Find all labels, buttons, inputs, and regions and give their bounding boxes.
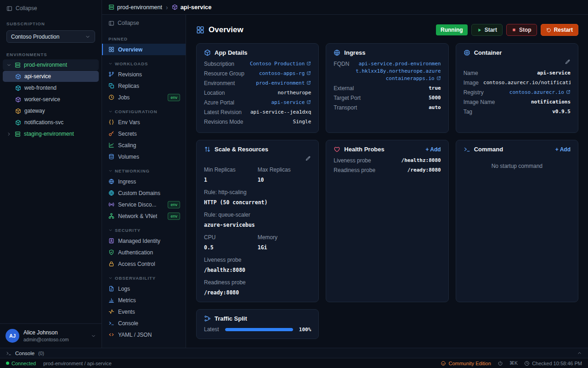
env-sidebar-collapse-button[interactable]: Collapse (0, 0, 102, 16)
status-badge: Running (436, 24, 468, 35)
row-value: api-service.prod-environment.hklxx18y.no… (356, 61, 441, 81)
chevron-down-icon (108, 276, 113, 280)
add-command-button[interactable]: + Add (555, 146, 571, 153)
nav-item-logs[interactable]: Logs (102, 283, 186, 294)
collapse-label: Collapse (16, 5, 37, 12)
tree-item-worker-service[interactable]: worker-service (3, 94, 99, 105)
nav-item-secrets[interactable]: Secrets (102, 128, 186, 139)
nav-section-security[interactable]: SECURITY (102, 222, 186, 235)
stop-button[interactable]: Stop (506, 24, 537, 36)
start-label: Start (485, 27, 497, 33)
traffic-percent: 100% (299, 327, 311, 333)
resource-group-link[interactable]: contoso-apps-rg (259, 70, 311, 77)
chevron-down-icon (108, 228, 113, 232)
breadcrumb-environment[interactable]: prod-environment (108, 4, 162, 11)
nav-item-env-vars[interactable]: Env Vars (102, 116, 186, 128)
nav-section-observability[interactable]: OBSERVABILITY (102, 270, 186, 283)
app-details-card: App Details Subscription Contoso Product… (196, 43, 319, 133)
nav-item-revisions[interactable]: Revisions (102, 69, 186, 80)
min-replicas: Min Replicas 1 (204, 167, 258, 183)
row-label: FQDN (334, 60, 349, 68)
row-label: Target Port (334, 94, 361, 102)
row-value: /ready:8080 (407, 167, 441, 174)
nav-item-replicas[interactable]: Replicas (102, 80, 186, 92)
row-label: Azure Portal (204, 99, 234, 106)
nav-item-scaling[interactable]: Scaling (102, 139, 186, 151)
traffic-split-card: Traffic Split Latest 100% (196, 309, 319, 339)
code-icon (108, 332, 114, 338)
registry-link[interactable]: contoso.azurecr.io (509, 89, 571, 96)
heart-icon (334, 146, 340, 153)
nav-item-console[interactable]: Console (102, 317, 186, 329)
row-value: northeurope (277, 89, 311, 97)
nav-item-jobs[interactable]: Jobs env (102, 92, 186, 103)
nav-item-events[interactable]: Events (102, 306, 186, 317)
network-icon (108, 213, 114, 219)
nav-item-metrics[interactable]: Metrics (102, 294, 186, 306)
info-row: Latest Revision api-service--jea1dxq (204, 107, 311, 117)
kv-label: Max Replicas (258, 167, 311, 173)
external-link-icon (306, 61, 311, 66)
connection-status: Connected (6, 361, 36, 366)
start-button[interactable]: Start (471, 24, 503, 36)
info-row: Readiness probe /ready:8080 (334, 165, 441, 175)
nav-item-ingress[interactable]: Ingress (102, 176, 186, 187)
tree-item-prod-environment[interactable]: prod-environment (3, 59, 99, 70)
info-row: Resource Group contoso-apps-rg (204, 69, 311, 78)
nav-item-access-control[interactable]: Access Control (102, 258, 186, 270)
power-icon[interactable] (498, 361, 503, 366)
status-bar: Connected prod-environment / api-service… (0, 358, 588, 368)
tree-item-gateway[interactable]: gateway (3, 105, 99, 116)
console-panel-toggle[interactable]: Console (0) (0, 348, 588, 358)
nav-item-service-discovery[interactable]: Service Disco... env (102, 199, 186, 210)
environment-icon (15, 62, 21, 68)
row-value: auto (429, 104, 441, 111)
user-menu[interactable]: AJ Alice Johnson admin@contoso.com (0, 323, 102, 348)
azure-portal-link[interactable]: api-service (271, 99, 311, 106)
nav-item-overview[interactable]: Overview (102, 44, 186, 55)
breadcrumb-service[interactable]: api-service (172, 4, 212, 11)
card-title: Ingress (344, 49, 365, 56)
page-header: Overview Running Start Stop (196, 24, 578, 36)
environment-icon (108, 4, 114, 10)
edit-scale-button[interactable] (305, 155, 311, 161)
terminal-icon (108, 320, 114, 326)
terminal-icon (6, 351, 11, 356)
row-label: Subscription (204, 60, 234, 68)
subscription-select[interactable]: Contoso Production (6, 30, 95, 43)
nav-item-authentication[interactable]: Authentication (102, 247, 186, 258)
tree-item-staging-environment[interactable]: staging-environment (3, 128, 99, 139)
restart-button[interactable]: Restart (541, 24, 578, 36)
info-row: Transport auto (334, 103, 441, 112)
external-link-icon (306, 100, 311, 104)
health-check-status: Checked 10:58:46 PM (524, 361, 582, 366)
nav-item-managed-identity[interactable]: Managed Identity (102, 235, 186, 247)
nav-section-workloads[interactable]: WORKLOADS (102, 55, 186, 69)
nav-section-configuration[interactable]: CONFIGURATION (102, 103, 186, 116)
tree-item-notifications-svc[interactable]: notifications-svc (3, 117, 99, 128)
environment-link[interactable]: prod-environment (256, 80, 311, 87)
traffic-progress-track (225, 328, 293, 331)
tree-item-api-service[interactable]: api-service (3, 71, 99, 82)
fqdn-link[interactable]: api-service.prod-environment.hklxx18y.no… (354, 60, 441, 82)
subscription-link[interactable]: Contoso Production (250, 60, 311, 68)
arrows-up-down-icon (204, 146, 211, 153)
card-title: Container (474, 49, 502, 56)
header-actions: Running Start Stop Restart (436, 24, 578, 36)
kv-value: /ready:8080 (204, 289, 311, 296)
nav-item-yaml-json[interactable]: YAML / JSON (102, 329, 186, 340)
nav-item-custom-domains[interactable]: Custom Domains (102, 187, 186, 199)
nav-item-volumes[interactable]: Volumes (102, 151, 186, 162)
nav-item-label: Custom Domains (118, 190, 160, 196)
nav-section-networking[interactable]: NETWORKING (102, 162, 186, 176)
tree-item-web-frontend[interactable]: web-frontend (3, 82, 99, 93)
nav-item-network-vnet[interactable]: Network & VNet env (102, 210, 186, 222)
edition-label: Community Edition (448, 361, 491, 366)
nav-sidebar-collapse-button[interactable]: Collapse (102, 15, 186, 30)
env-badge: env (168, 213, 180, 220)
braces-icon (108, 119, 114, 125)
add-probe-button[interactable]: + Add (425, 146, 441, 153)
collapse-label: Collapse (118, 20, 139, 26)
panel-collapse-icon (108, 20, 114, 26)
edit-container-button[interactable] (565, 59, 571, 65)
